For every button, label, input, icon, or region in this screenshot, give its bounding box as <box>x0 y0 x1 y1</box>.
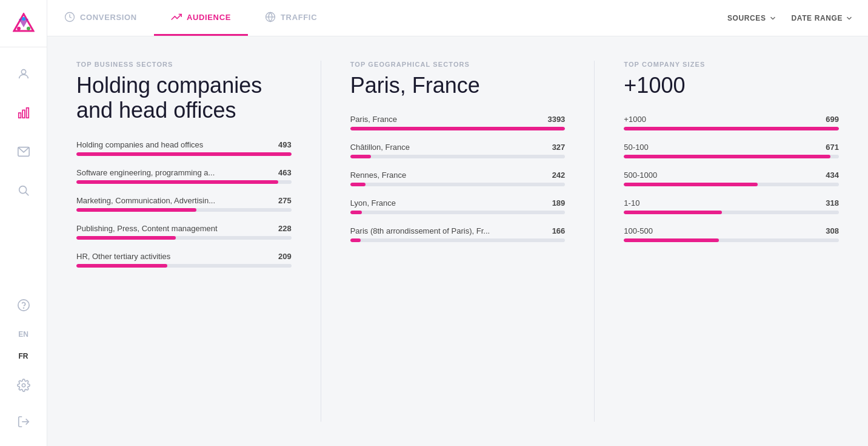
company-section-title: +1000 <box>624 73 839 98</box>
bar-label: Rennes, France <box>350 171 407 180</box>
bar-value: 327 <box>552 143 566 152</box>
bar-label: Lyon, France <box>350 198 396 208</box>
bar-fill <box>624 127 839 130</box>
svg-point-14 <box>22 383 25 387</box>
svg-point-2 <box>22 17 25 21</box>
bar-value: 434 <box>826 171 839 180</box>
bar-value: 275 <box>278 196 292 205</box>
tab-conversion[interactable]: CONVERSION <box>47 0 154 36</box>
lang-fr[interactable]: FR <box>0 346 47 366</box>
tab-conversion-label: CONVERSION <box>80 13 137 22</box>
bar-row: Publishing, Press, Content management 22… <box>76 224 292 240</box>
app-logo <box>0 0 47 47</box>
bar-value: 209 <box>278 252 292 261</box>
lang-en[interactable]: EN <box>0 325 47 344</box>
sources-label: SOURCES <box>727 14 766 22</box>
divider-1 <box>321 61 321 422</box>
sidebar-item-search[interactable] <box>0 174 47 208</box>
bar-fill <box>76 264 167 268</box>
svg-point-12 <box>18 300 28 311</box>
bar-value: 671 <box>826 143 839 152</box>
bar-track <box>350 211 566 214</box>
svg-point-13 <box>23 308 24 308</box>
bar-row: Lyon, France 189 <box>350 198 566 214</box>
bar-row: 1-10 318 <box>624 198 839 214</box>
bar-fill <box>76 180 278 184</box>
bar-fill <box>76 152 292 156</box>
business-section-label: TOP BUSINESS SECTORS <box>76 61 292 68</box>
svg-rect-7 <box>22 110 25 118</box>
bar-value: 166 <box>552 226 566 235</box>
bar-value: 493 <box>278 140 292 149</box>
sidebar-item-logout[interactable] <box>0 405 47 439</box>
svg-point-3 <box>17 27 21 30</box>
geo-section-label: TOP GEOGRAPHICAL SECTORS <box>350 61 566 68</box>
bar-track <box>76 264 292 268</box>
svg-point-4 <box>27 27 30 30</box>
bar-value: 463 <box>278 168 292 177</box>
bar-fill <box>624 238 718 242</box>
svg-point-10 <box>19 186 26 194</box>
bar-row: Rennes, France 242 <box>350 171 566 186</box>
bar-label: HR, Other tertiary activities <box>76 252 170 261</box>
tab-audience[interactable]: AUDIENCE <box>154 0 248 36</box>
sidebar-item-help[interactable] <box>0 288 47 322</box>
bar-value: 699 <box>826 115 839 124</box>
svg-point-5 <box>21 70 25 74</box>
tab-traffic[interactable]: TRAFFIC <box>248 0 334 36</box>
bar-label: Châtillon, France <box>350 143 410 152</box>
bar-row: +1000 699 <box>624 115 839 130</box>
bar-fill <box>624 211 721 214</box>
bar-value: 318 <box>826 198 839 208</box>
bar-track <box>76 236 292 240</box>
bar-fill <box>76 208 196 212</box>
bar-track <box>624 127 839 130</box>
bar-row: Paris, France 3393 <box>350 115 566 130</box>
bar-row: 100-500 308 <box>624 226 839 242</box>
geo-section: TOP GEOGRAPHICAL SECTORS Paris, France P… <box>350 61 566 422</box>
bar-label: 100-500 <box>624 226 653 235</box>
sidebar-item-analytics[interactable] <box>0 96 47 130</box>
nav-tabs: CONVERSION AUDIENCE TRAFFIC <box>47 0 727 36</box>
sidebar-nav <box>0 47 47 288</box>
bar-row: Châtillon, France 327 <box>350 143 566 158</box>
svg-rect-8 <box>26 108 28 118</box>
company-section-label: TOP COMPANY SIZES <box>624 61 839 68</box>
company-section: TOP COMPANY SIZES +1000 +1000 699 50-100… <box>624 61 839 422</box>
nav-right-controls: SOURCES DATE RANGE <box>727 0 853 36</box>
bar-row: HR, Other tertiary activities 209 <box>76 252 292 268</box>
bar-fill <box>350 183 366 186</box>
bar-track <box>624 183 839 186</box>
content-area: TOP BUSINESS SECTORS Holding companies a… <box>47 36 868 446</box>
sidebar-item-settings[interactable] <box>0 368 47 402</box>
bar-row: Software engineering, programming a... 4… <box>76 168 292 184</box>
bar-row: Holding companies and head offices 493 <box>76 140 292 156</box>
svg-rect-6 <box>18 113 21 118</box>
bar-track <box>76 208 292 212</box>
geo-bars: Paris, France 3393 Châtillon, France 327… <box>350 115 566 242</box>
company-bars: +1000 699 50-100 671 500-1000 434 <box>624 115 839 242</box>
bar-value: 189 <box>552 198 566 208</box>
bar-fill <box>350 211 362 214</box>
bar-fill <box>76 236 176 240</box>
bar-value: 242 <box>552 171 566 180</box>
sidebar-item-mail[interactable] <box>0 135 47 169</box>
bar-track <box>350 183 566 186</box>
date-range-button[interactable]: DATE RANGE <box>792 14 853 22</box>
bar-fill <box>350 127 566 130</box>
main-content: CONVERSION AUDIENCE TRAFFIC SOURCES <box>47 0 868 446</box>
bar-value: 308 <box>826 226 839 235</box>
bar-fill <box>350 155 371 158</box>
sources-button[interactable]: SOURCES <box>727 14 777 22</box>
bar-label: Paris (8th arrondissement of Paris), Fr.… <box>350 226 490 235</box>
sidebar-bottom: EN FR <box>0 288 47 446</box>
geo-section-title: Paris, France <box>350 73 566 98</box>
business-section-title: Holding companies and head offices <box>76 73 292 123</box>
svg-line-11 <box>25 192 28 195</box>
bar-track <box>350 238 566 242</box>
bar-value: 228 <box>278 224 292 233</box>
bar-label: 500-1000 <box>624 171 657 180</box>
bar-label: Publishing, Press, Content management <box>76 224 218 233</box>
sidebar-item-contacts[interactable] <box>0 57 47 91</box>
bar-label: Paris, France <box>350 115 397 124</box>
